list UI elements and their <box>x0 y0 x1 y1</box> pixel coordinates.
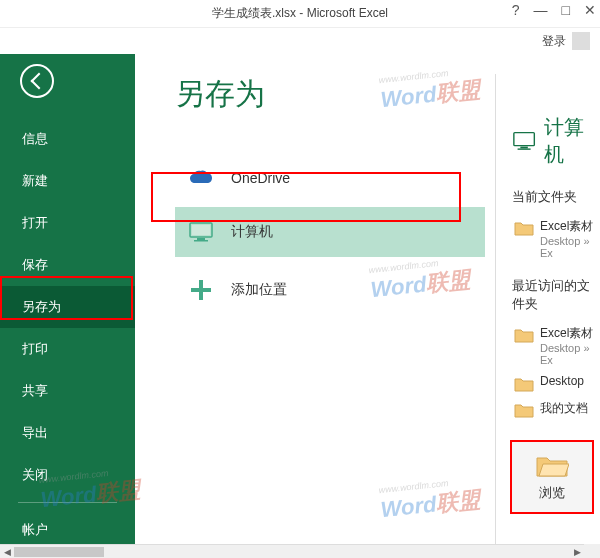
recent-folders-label: 最近访问的文件夹 <box>512 277 600 313</box>
svg-rect-6 <box>514 133 534 146</box>
login-link[interactable]: 登录 <box>542 33 566 50</box>
maximize-icon[interactable]: □ <box>562 2 570 18</box>
right-header: 计算机 <box>512 114 600 168</box>
content-area: 另存为 OneDrive 计算机 添加位置 <box>135 54 600 558</box>
add-icon <box>185 277 217 303</box>
folder-name: Desktop <box>540 374 584 388</box>
scroll-left-icon[interactable]: ◀ <box>0 547 14 557</box>
computer-icon <box>185 221 217 243</box>
nav-open[interactable]: 打开 <box>0 202 135 244</box>
folder-name: 我的文档 <box>540 400 588 417</box>
folder-name: Excel素材 <box>540 218 598 235</box>
current-folder-label: 当前文件夹 <box>512 188 600 206</box>
nav-save[interactable]: 保存 <box>0 244 135 286</box>
folder-name: Excel素材 <box>540 325 598 342</box>
nav-close[interactable]: 关闭 <box>0 454 135 496</box>
title-bar: 学生成绩表.xlsx - Microsoft Excel ? — □ ✕ <box>0 0 600 28</box>
scroll-track[interactable] <box>14 546 570 558</box>
location-label: 添加位置 <box>231 281 287 299</box>
window-title: 学生成绩表.xlsx - Microsoft Excel <box>212 5 388 22</box>
window-controls: ? — □ ✕ <box>512 2 596 18</box>
svg-rect-3 <box>194 240 208 242</box>
right-title: 计算机 <box>544 114 600 168</box>
minimize-icon[interactable]: — <box>534 2 548 18</box>
right-panel: 计算机 当前文件夹 Excel素材 Desktop » Ex 最近访问的文件夹 … <box>495 74 600 558</box>
location-label: 计算机 <box>231 223 273 241</box>
folder-row[interactable]: 我的文档 <box>512 396 600 422</box>
nav-export[interactable]: 导出 <box>0 412 135 454</box>
svg-rect-1 <box>192 225 210 235</box>
folder-icon <box>514 327 534 343</box>
location-label: OneDrive <box>231 170 290 186</box>
folder-row[interactable]: Excel素材 Desktop » Ex <box>512 214 600 263</box>
scroll-corner <box>584 544 600 558</box>
main-area: 信息 新建 打开 保存 另存为 打印 共享 导出 关闭 帐户 选项 另存为 On… <box>0 54 600 558</box>
folder-icon <box>514 376 534 392</box>
location-onedrive[interactable]: OneDrive <box>175 155 485 201</box>
browse-button[interactable]: 浏览 <box>512 442 592 512</box>
horizontal-scrollbar[interactable]: ◀ ▶ <box>0 544 584 558</box>
nav-share[interactable]: 共享 <box>0 370 135 412</box>
browse-label: 浏览 <box>539 484 565 502</box>
folder-path: Desktop » Ex <box>540 342 598 366</box>
nav-info[interactable]: 信息 <box>0 118 135 160</box>
computer-icon <box>512 130 536 152</box>
scroll-thumb[interactable] <box>14 547 104 557</box>
folder-open-icon <box>535 452 569 478</box>
location-computer[interactable]: 计算机 <box>175 207 485 257</box>
help-icon[interactable]: ? <box>512 2 520 18</box>
nav-new[interactable]: 新建 <box>0 160 135 202</box>
folder-icon <box>514 402 534 418</box>
folder-path: Desktop » Ex <box>540 235 598 259</box>
nav-separator <box>18 502 117 503</box>
nav-saveas[interactable]: 另存为 <box>0 286 135 328</box>
svg-rect-8 <box>518 148 531 149</box>
cloud-icon <box>185 169 217 187</box>
folder-row[interactable]: Desktop <box>512 370 600 396</box>
page-title: 另存为 <box>175 74 485 115</box>
svg-rect-7 <box>520 147 527 149</box>
folder-icon <box>514 220 534 236</box>
svg-rect-2 <box>197 238 205 240</box>
back-button[interactable] <box>20 64 54 98</box>
locations-column: 另存为 OneDrive 计算机 添加位置 <box>175 74 485 558</box>
nav-print[interactable]: 打印 <box>0 328 135 370</box>
scroll-right-icon[interactable]: ▶ <box>570 547 584 557</box>
avatar-icon[interactable] <box>572 32 590 50</box>
svg-rect-5 <box>191 288 211 292</box>
close-icon[interactable]: ✕ <box>584 2 596 18</box>
sidebar: 信息 新建 打开 保存 另存为 打印 共享 导出 关闭 帐户 选项 <box>0 54 135 558</box>
location-add[interactable]: 添加位置 <box>175 263 485 317</box>
login-bar: 登录 <box>0 28 600 54</box>
folder-row[interactable]: Excel素材 Desktop » Ex <box>512 321 600 370</box>
